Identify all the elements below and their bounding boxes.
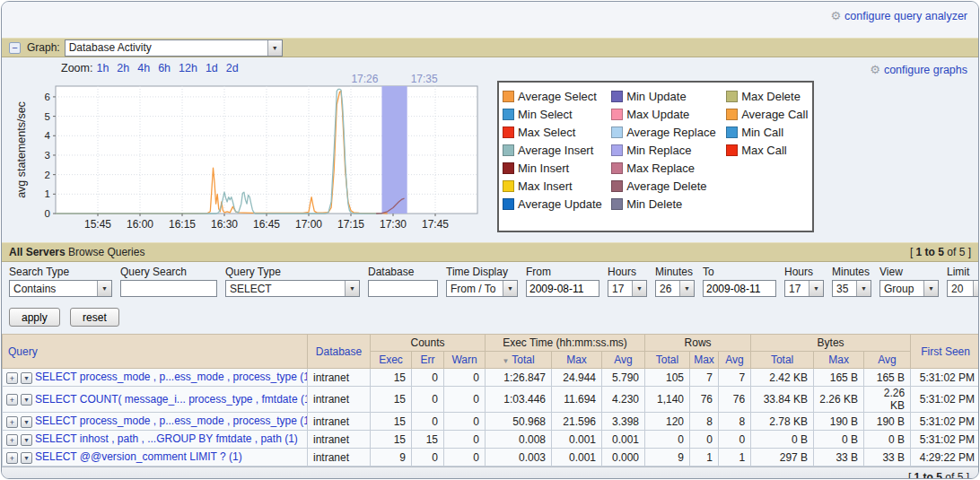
row-menu-button[interactable]: ▼ [21, 372, 32, 384]
col-header-first-seen[interactable]: First Seen [911, 335, 979, 369]
cell-bytes-max: 0 B [814, 431, 864, 449]
legend-swatch-icon [611, 144, 623, 156]
col-header-rows-avg[interactable]: Avg [719, 352, 751, 369]
expand-button[interactable]: + [6, 394, 18, 406]
cell-time-max: 0.001 [552, 449, 602, 467]
limit-select[interactable]: 20▼ [947, 280, 979, 297]
cell-bytes-total: 2.42 KB [751, 369, 814, 387]
filter-from-date: From [526, 266, 599, 297]
legend-label: Min Insert [518, 161, 569, 175]
expand-button[interactable]: + [6, 434, 18, 446]
activity-chart[interactable]: 17:2617:35012345615:4516:0016:1516:3016:… [14, 74, 492, 238]
query-link[interactable]: SELECT COUNT( message_i... process_type … [35, 393, 298, 406]
col-header-rows-total[interactable]: Total [645, 352, 690, 369]
legend-item: Min Delete [611, 195, 726, 213]
from-minutes-select[interactable]: 26▼ [655, 280, 695, 297]
legend-swatch-icon [726, 127, 738, 138]
cell-bytes-avg: 2.26 KB [864, 387, 911, 413]
table-row: +▼SELECT inhost , path , ...GROUP BY fmt… [3, 431, 980, 449]
col-header-exec[interactable]: Exec [371, 352, 412, 369]
cell-bytes-total: 297 B [751, 449, 814, 467]
cell-database: intranet [308, 413, 371, 431]
svg-text:17:15: 17:15 [337, 218, 364, 231]
row-menu-button[interactable]: ▼ [21, 452, 32, 464]
col-header-bytes-max[interactable]: Max [814, 352, 864, 369]
time-selection-band[interactable] [381, 86, 407, 214]
zoom-label: Zoom: [61, 62, 92, 74]
legend-item: Average Call [726, 105, 809, 123]
cell-database: intranet [308, 369, 371, 387]
svg-text:16:00: 16:00 [127, 218, 153, 231]
cell-err: 0 [412, 387, 444, 413]
cell-err: 0 [412, 449, 444, 467]
database-input[interactable] [368, 280, 438, 297]
query-analyzer-panel: ⚙ configure query analyzer − Graph: Data… [1, 1, 979, 479]
row-menu-button[interactable]: ▼ [21, 416, 32, 428]
from-hours-select[interactable]: 17▼ [608, 280, 647, 297]
time-display-select[interactable]: From / To▼ [446, 280, 518, 297]
cell-rows-max: 8 [690, 413, 719, 431]
filter-to-date: To [703, 266, 776, 297]
expand-button[interactable]: + [6, 372, 18, 384]
row-menu-button[interactable]: ▼ [21, 434, 32, 446]
to-hours-select[interactable]: 17▼ [784, 280, 824, 297]
cell-rows-avg: 76 [719, 387, 751, 413]
configure-graphs-link[interactable]: ⚙ configure graphs [870, 63, 967, 76]
cell-rows-avg: 7 [719, 369, 751, 387]
col-header-rows-max[interactable]: Max [690, 352, 719, 369]
legend-label: Average Call [741, 108, 808, 121]
zoom-link-1d[interactable]: 1d [206, 62, 218, 74]
query-link[interactable]: SELECT @@version_comment LIMIT ? [35, 450, 226, 463]
query-cell: +▼SELECT COUNT( message_i... process_typ… [3, 387, 308, 413]
query-link[interactable]: SELECT process_mode , p...ess_mode , pro… [35, 371, 297, 383]
col-header-err[interactable]: Err [412, 352, 444, 369]
legend-swatch-icon [503, 127, 514, 138]
chevron-down-icon: ▼ [345, 281, 359, 296]
query-link[interactable]: SELECT inhost , path , ...GROUP BY fmtda… [35, 432, 282, 445]
reset-button[interactable]: reset [70, 308, 119, 327]
query-cell: +▼SELECT @@version_comment LIMIT ? (1) [3, 449, 308, 467]
legend-swatch-icon [503, 180, 514, 192]
zoom-link-12h[interactable]: 12h [179, 62, 197, 74]
configure-query-analyzer-link[interactable]: ⚙ configure query analyzer [830, 9, 967, 22]
zoom-link-6h[interactable]: 6h [158, 62, 171, 74]
legend-label: Min Update [626, 90, 686, 103]
filter-database: Database [368, 266, 438, 297]
col-header-database[interactable]: Database [308, 335, 371, 369]
from-date-input[interactable] [526, 280, 599, 297]
query-search-input[interactable] [120, 280, 217, 297]
query-link[interactable]: SELECT process_mode , p...ess_mode , pro… [35, 415, 297, 427]
collapse-graph-button[interactable]: − [9, 42, 21, 54]
col-header-query[interactable]: Query [3, 335, 308, 369]
to-minutes-select[interactable]: 35▼ [832, 280, 871, 297]
expand-button[interactable]: + [6, 452, 18, 464]
graph-select[interactable]: Database Activity ▼ [65, 39, 283, 57]
chevron-down-icon: ▼ [973, 281, 979, 296]
zoom-link-2h[interactable]: 2h [117, 62, 129, 74]
col-header-time-total[interactable]: ▼Total [486, 352, 552, 369]
cell-warn: 0 [444, 449, 486, 467]
col-header-bytes-avg[interactable]: Avg [864, 352, 911, 369]
search-type-select[interactable]: Contains▼ [9, 280, 112, 297]
filter-from-minutes: Minutes 26▼ [655, 266, 695, 297]
col-header-warn[interactable]: Warn [444, 352, 486, 369]
legend-item: Min Call [726, 123, 809, 141]
zoom-link-1h[interactable]: 1h [96, 62, 109, 74]
to-date-input[interactable] [703, 280, 776, 297]
zoom-link-2d[interactable]: 2d [226, 62, 239, 74]
zoom-link-4h[interactable]: 4h [137, 62, 150, 74]
expand-button[interactable]: + [6, 416, 18, 428]
cell-exec: 9 [371, 449, 412, 467]
col-header-time-max[interactable]: Max [552, 352, 602, 369]
col-header-time-avg[interactable]: Avg [602, 352, 645, 369]
filter-view: View Group▼ [879, 266, 939, 297]
col-header-bytes-total[interactable]: Total [751, 352, 814, 369]
cell-bytes-total: 2.78 KB [751, 413, 814, 431]
filter-limit: Limit 20▼ [947, 266, 979, 297]
view-select[interactable]: Group▼ [879, 280, 939, 297]
cell-warn: 0 [444, 369, 486, 387]
legend-item: Average Delete [611, 177, 726, 195]
row-menu-button[interactable]: ▼ [21, 394, 32, 406]
apply-button[interactable]: apply [9, 308, 60, 327]
query-type-select[interactable]: SELECT▼ [225, 280, 360, 297]
